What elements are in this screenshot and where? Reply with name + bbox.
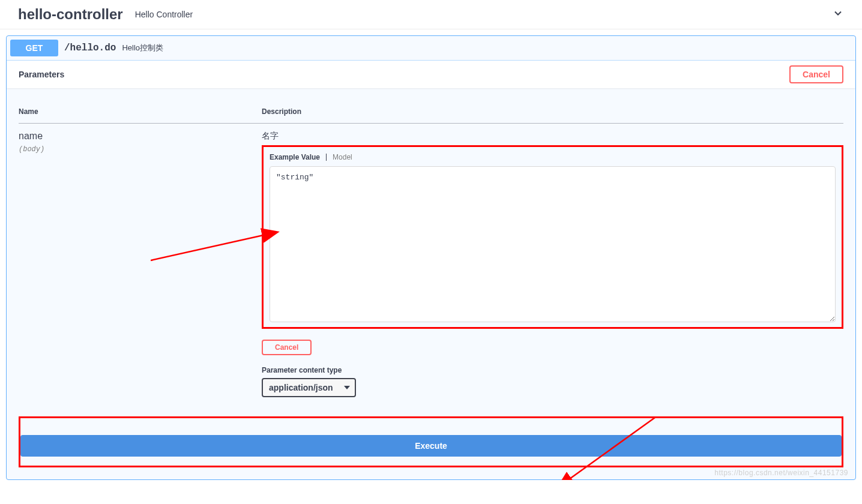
tab-separator <box>326 154 327 161</box>
operation-path: /hello.do <box>64 43 116 53</box>
cancel-body-button[interactable]: Cancel <box>262 340 312 355</box>
parameter-row: name (body) 名字 Example Value Model <box>19 124 843 405</box>
param-description: 名字 <box>262 131 843 142</box>
method-badge: GET <box>10 40 58 56</box>
parameters-table: Name Description name (body) 名字 <box>19 100 843 404</box>
tab-model[interactable]: Model <box>328 153 352 161</box>
column-name: Name <box>19 100 262 124</box>
annotation-box-body: Example Value Model <box>262 145 843 329</box>
operation-summary[interactable]: GET /hello.do Hello控制类 <box>7 36 855 61</box>
content-type-select[interactable]: application/json <box>262 378 356 397</box>
param-name: name <box>19 131 262 142</box>
execute-button[interactable]: Execute <box>20 435 842 457</box>
column-description: Description <box>262 100 843 124</box>
chevron-down-icon[interactable] <box>832 7 844 22</box>
operation-block: GET /hello.do Hello控制类 Parameters Cancel… <box>6 35 856 480</box>
tag-name: hello-controller <box>18 6 123 23</box>
watermark: https://blog.csdn.net/weixin_44151739 <box>714 469 848 477</box>
cancel-button[interactable]: Cancel <box>789 65 843 83</box>
tab-example-value[interactable]: Example Value <box>270 153 325 161</box>
operation-summary-text: Hello控制类 <box>122 43 163 53</box>
parameters-title: Parameters <box>19 70 64 79</box>
content-type-select-wrap: application/json <box>262 378 356 397</box>
tag-description: Hello Controller <box>135 10 193 19</box>
param-in: (body) <box>19 145 262 154</box>
tag-header[interactable]: hello-controller Hello Controller <box>0 0 862 29</box>
parameters-header: Parameters Cancel <box>7 61 855 88</box>
content-type-label: Parameter content type <box>262 366 843 374</box>
annotation-box-execute: Execute <box>19 416 843 467</box>
body-textarea[interactable] <box>270 166 836 322</box>
